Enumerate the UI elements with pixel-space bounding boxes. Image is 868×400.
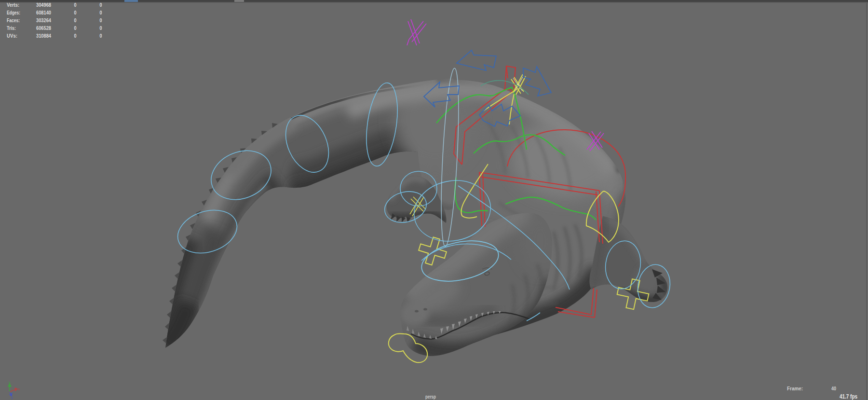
svg-text:310884: 310884 (36, 33, 52, 39)
svg-text:UVs:: UVs: (7, 33, 17, 39)
svg-text:0: 0 (74, 25, 77, 31)
svg-text:Faces:: Faces: (7, 17, 20, 23)
svg-text:0: 0 (74, 10, 77, 15)
svg-text:608140: 608140 (36, 10, 51, 15)
svg-text:z: z (11, 396, 13, 400)
svg-text:0: 0 (74, 17, 77, 23)
svg-text:303264: 303264 (36, 17, 52, 23)
svg-text:Edges:: Edges: (7, 10, 20, 15)
svg-text:Verts:: Verts: (7, 2, 19, 8)
svg-text:0: 0 (100, 33, 102, 39)
svg-text:40: 40 (831, 386, 836, 391)
svg-text:0: 0 (100, 25, 102, 31)
svg-text:x: x (18, 387, 20, 391)
svg-text:0: 0 (100, 17, 102, 23)
svg-text:0: 0 (100, 10, 102, 15)
svg-text:41.7 fps: 41.7 fps (840, 393, 857, 400)
svg-text:0: 0 (74, 2, 77, 8)
svg-text:606528: 606528 (36, 25, 51, 31)
svg-text:Tris:: Tris: (7, 25, 16, 31)
svg-text:persp: persp (425, 394, 436, 400)
svg-text:Frame:: Frame: (787, 386, 803, 391)
svg-text:0: 0 (100, 2, 102, 8)
svg-text:304968: 304968 (36, 2, 51, 8)
svg-text:y: y (9, 380, 11, 385)
svg-text:0: 0 (74, 33, 77, 39)
